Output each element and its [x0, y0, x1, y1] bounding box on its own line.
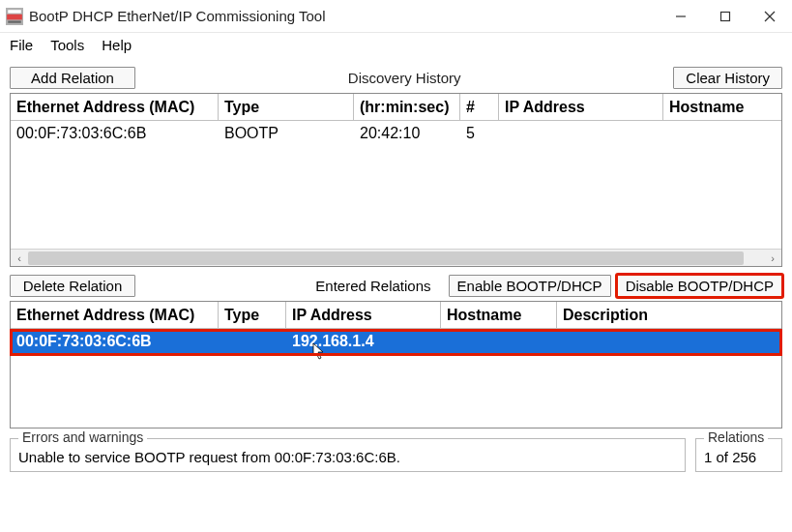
scroll-left-icon[interactable]: ‹ [11, 250, 28, 267]
discovery-header-row: Ethernet Address (MAC) Type (hr:min:sec)… [11, 94, 781, 121]
discovery-history-list[interactable]: Ethernet Address (MAC) Type (hr:min:sec)… [10, 93, 782, 267]
discovery-row[interactable]: 00:0F:73:03:6C:6B BOOTP 20:42:10 5 [11, 121, 781, 146]
discovery-header-ip[interactable]: IP Address [499, 94, 663, 120]
relations-toolbar: Delete Relation Entered Relations Enable… [10, 275, 782, 297]
relations-cell-mac: 00:0F:73:03:6C:6B [11, 333, 219, 350]
relations-cell-ip: 192.168.1.4 [286, 333, 441, 350]
discovery-scrollbar[interactable]: ‹ › [11, 249, 781, 266]
disable-bootp-button[interactable]: Disable BOOTP/DHCP [617, 275, 782, 297]
clear-history-button[interactable]: Clear History [673, 67, 782, 89]
svg-rect-3 [8, 20, 21, 22]
svg-rect-5 [721, 12, 730, 20]
discovery-cell-type: BOOTP [219, 125, 354, 142]
menu-file[interactable]: File [10, 37, 33, 53]
relations-header-hostname[interactable]: Hostname [441, 302, 557, 328]
enable-bootp-button[interactable]: Enable BOOTP/DHCP [449, 275, 611, 297]
window-controls [659, 0, 792, 32]
title-bar: BootP DHCP EtherNet/IP Commissioning Too… [0, 0, 792, 33]
discovery-header-time[interactable]: (hr:min:sec) [354, 94, 460, 120]
relations-legend: Relations [704, 429, 768, 445]
errors-legend: Errors and warnings [18, 429, 147, 445]
entered-relations-list[interactable]: Ethernet Address (MAC) Type IP Address H… [10, 301, 782, 429]
discovery-header-hostname[interactable]: Hostname [663, 94, 781, 120]
discovery-header-type[interactable]: Type [219, 94, 354, 120]
menu-help[interactable]: Help [102, 37, 132, 53]
window-title: BootP DHCP EtherNet/IP Commissioning Too… [29, 8, 659, 24]
relations-fieldset: Relations 1 of 256 [695, 438, 782, 472]
relations-header-description[interactable]: Description [557, 302, 781, 328]
entered-relations-label: Entered Relations [315, 278, 430, 294]
relations-header-type[interactable]: Type [219, 302, 286, 328]
scroll-right-icon[interactable]: › [764, 250, 781, 267]
status-area: Errors and warnings Unable to service BO… [10, 438, 782, 472]
discovery-cell-mac: 00:0F:73:03:6C:6B [11, 125, 219, 142]
errors-text: Unable to service BOOTP request from 00:… [18, 449, 677, 465]
discovery-history-label: Discovery History [348, 70, 461, 86]
close-button[interactable] [748, 0, 792, 32]
discovery-cell-count: 5 [460, 125, 499, 142]
relations-header-mac[interactable]: Ethernet Address (MAC) [11, 302, 219, 328]
errors-fieldset: Errors and warnings Unable to service BO… [10, 438, 686, 472]
maximize-button[interactable] [703, 0, 748, 32]
app-icon [6, 8, 23, 25]
discovery-header-mac[interactable]: Ethernet Address (MAC) [11, 94, 219, 120]
discovery-header-count[interactable]: # [460, 94, 499, 120]
svg-rect-1 [7, 14, 22, 19]
discovery-toolbar: Add Relation Discovery History Clear His… [10, 67, 782, 89]
discovery-cell-time: 20:42:10 [354, 125, 460, 142]
scroll-thumb[interactable] [28, 251, 744, 265]
relations-row[interactable]: 00:0F:73:03:6C:6B 192.168.1.4 [11, 329, 781, 354]
svg-rect-2 [8, 10, 21, 13]
relations-count: 1 of 256 [704, 449, 774, 465]
menu-tools[interactable]: Tools [50, 37, 84, 53]
relations-header-row: Ethernet Address (MAC) Type IP Address H… [11, 302, 781, 329]
menu-bar: File Tools Help [0, 33, 792, 59]
relations-header-ip[interactable]: IP Address [286, 302, 441, 328]
delete-relation-button[interactable]: Delete Relation [10, 275, 135, 297]
add-relation-button[interactable]: Add Relation [10, 67, 135, 89]
minimize-button[interactable] [659, 0, 703, 32]
